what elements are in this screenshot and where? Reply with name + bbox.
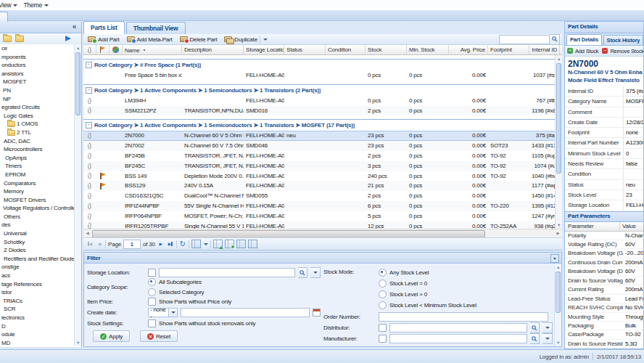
select-dropdown-button[interactable] [168, 309, 177, 317]
category-tree-item[interactable]: ADC, DAC [0, 137, 74, 146]
category-tree-item[interactable]: MOSFET Drivers [0, 196, 74, 205]
category-tree-item[interactable]: MOSFET [0, 78, 74, 86]
scroll-up-icon[interactable]: ▲ [75, 44, 81, 52]
table-row[interactable]: 2N7000N-Channel 60 V 5 Ohm En...FELI-HOM… [83, 131, 562, 141]
footprint-column-header[interactable]: Footprint [488, 45, 529, 54]
apply-button[interactable]: ✓ Apply [93, 330, 130, 342]
scroll-left-icon[interactable]: ◀ [83, 229, 91, 237]
description-column-header[interactable]: Description [182, 45, 244, 54]
table-row[interactable]: LM394HFELI-HOME-A0940 pcs0 pcs0.00€767 (… [83, 96, 562, 106]
collapse-groups-button[interactable] [225, 240, 234, 248]
chevron-down-icon[interactable] [204, 243, 208, 245]
create-date-operator-select[interactable]: - none - [148, 308, 178, 317]
tab-part-details[interactable]: Part Details [566, 34, 602, 45]
table-row[interactable]: BSS129240V 0.15AFELI-HOME-A08521 pcs0 pc… [83, 181, 562, 191]
previous-page-button[interactable]: ◀ [96, 240, 103, 248]
filter-scrollbar[interactable]: ▲ ▼ [554, 264, 561, 346]
create-date-input[interactable] [181, 308, 310, 317]
radio-button[interactable] [379, 301, 387, 309]
category-tree-item[interactable]: OpAmps [0, 154, 74, 163]
table-row[interactable]: SSM2212PZTRANSISTOR,NPN,DUAL,A...SMD0162… [83, 106, 562, 116]
table-row[interactable]: BF245CTRANSISTOR, JFET, N, TO...FELI-HOM… [83, 161, 562, 171]
storage-location-checkbox[interactable] [148, 269, 156, 277]
table-row[interactable]: IRFIZ44NPBF55V Single N-Channel HEX...FE… [83, 201, 562, 211]
grid-horizontal-scrollbar[interactable]: ◀ ▶ [83, 229, 562, 237]
grid-scrollbar[interactable]: ▲ ▼ [555, 55, 562, 229]
scrollbar-thumb[interactable] [556, 272, 561, 313]
table-row[interactable]: IRFP064NPBFMOSFET, Power; N-Ch; VD...FEL… [83, 211, 562, 221]
category-tree-item[interactable]: Schottky [0, 238, 74, 247]
avg-price-column-header[interactable]: Avg. Price [449, 45, 488, 54]
group-header-row[interactable]: −Root Category ➤ 1 Active Components ➤ 1… [83, 119, 562, 131]
review-flag-column-header[interactable] [96, 45, 110, 54]
table-row[interactable]: BF245BTRANSISTOR, JFET, N, TO...FELI-HOM… [83, 151, 562, 161]
collapse-group-icon[interactable]: − [86, 122, 92, 129]
category-tree-item[interactable]: ce [0, 44, 74, 53]
delete-part-button[interactable]: Delete Part [178, 36, 220, 44]
category-tree-item[interactable]: Timers [0, 162, 74, 171]
radio-button[interactable] [379, 290, 387, 298]
scrollbar-thumb[interactable] [75, 52, 80, 115]
stock-column-header[interactable]: Stock [366, 45, 407, 54]
category-tree-item[interactable]: odule [0, 330, 74, 339]
grid-view-menu-button[interactable] [191, 240, 201, 248]
collapse-sidebar-icon[interactable]: « [73, 23, 76, 30]
reload-categories-icon[interactable] [65, 36, 71, 41]
scroll-up-icon[interactable]: ▲ [555, 264, 561, 271]
scroll-down-icon[interactable]: ▼ [556, 221, 562, 229]
storage-location-column-header[interactable]: Storage Location [244, 45, 284, 54]
distributor-search-button[interactable] [530, 322, 540, 333]
filter-panel-header[interactable]: Filter [84, 253, 561, 264]
category-tree-item[interactable]: D [0, 322, 74, 331]
menu-view[interactable]: View [0, 0, 21, 9]
category-tree-item[interactable]: Voltage Regulators / Controllers [0, 204, 74, 213]
table-row[interactable]: Free Space 5 bin box x3FELI-HOME-A0580 p… [83, 70, 562, 81]
manufacturer-checkbox[interactable] [379, 335, 387, 343]
add-part-button[interactable]: Add Part [86, 36, 122, 44]
menu-theme[interactable]: Theme [21, 0, 51, 9]
group-header-row[interactable]: −Root Category ➤ 1 Active Components ➤ 1… [83, 84, 562, 96]
collapse-group-icon[interactable]: − [86, 62, 92, 68]
expand-groups-button[interactable] [213, 240, 223, 248]
collapse-group-icon[interactable]: − [86, 87, 92, 94]
storage-location-dropdown-button[interactable] [310, 267, 321, 278]
reset-button[interactable]: ✕ Reset [140, 330, 178, 342]
category-tree-item[interactable]: lectronics [0, 314, 74, 322]
scroll-up-icon[interactable]: ▲ [556, 55, 562, 62]
application-tab[interactable] [0, 12, 8, 22]
internal-id-column-header[interactable]: Internal ID [529, 45, 560, 54]
tab-stock-history[interactable]: Stock History [603, 35, 643, 45]
collapse-all-folder-icon[interactable] [15, 36, 24, 42]
category-tree-item[interactable]: Comparators [0, 179, 74, 188]
first-page-button[interactable]: ◀ [86, 240, 94, 248]
stock-settings-checkbox[interactable] [148, 319, 156, 327]
value-column-header[interactable]: Value [620, 222, 643, 231]
scroll-down-icon[interactable]: ▼ [75, 339, 81, 346]
collapse-filter-button[interactable] [550, 254, 559, 263]
calendar-icon[interactable] [313, 309, 321, 317]
category-tree-item[interactable]: 1 CMOS [0, 120, 74, 129]
stock-mode-option[interactable]: Stock Level < Minimum Stock Level [379, 301, 476, 309]
duplicate-button[interactable]: Duplicate [222, 35, 270, 44]
add-stock-button[interactable]: + Add Stock [566, 48, 599, 54]
manufacturer-search-button[interactable] [530, 333, 540, 344]
category-tree-item[interactable]: Z Diodes [0, 246, 74, 255]
category-tree-item[interactable]: NP [0, 95, 74, 104]
item-price-checkbox[interactable] [148, 298, 156, 306]
radio-button[interactable] [148, 288, 156, 296]
manufacturer-input[interactable] [389, 334, 527, 343]
radio-button[interactable] [379, 280, 387, 287]
category-tree-item[interactable]: Logic Gates [0, 112, 74, 121]
category-tree-item[interactable]: Rectifiers and Rectifier Diodes [0, 255, 74, 264]
distributor-checkbox[interactable] [379, 324, 387, 332]
save-grid-state-button[interactable] [248, 240, 257, 248]
manufacturer-dropdown-button[interactable] [542, 333, 553, 344]
page-number-input[interactable] [123, 240, 141, 249]
group-header-row[interactable]: −Root Category ➤ # Free Space (1 Part(s)… [83, 59, 562, 70]
condition-column-header[interactable]: Condition [326, 45, 366, 54]
scroll-down-icon[interactable]: ▼ [555, 339, 561, 346]
category-tree-item[interactable]: onductors [0, 61, 74, 70]
radio-button[interactable] [148, 278, 156, 286]
add-meta-part-button[interactable]: Add Meta-Part [125, 36, 175, 44]
min-stock-column-header[interactable]: Min. Stock [407, 45, 449, 54]
